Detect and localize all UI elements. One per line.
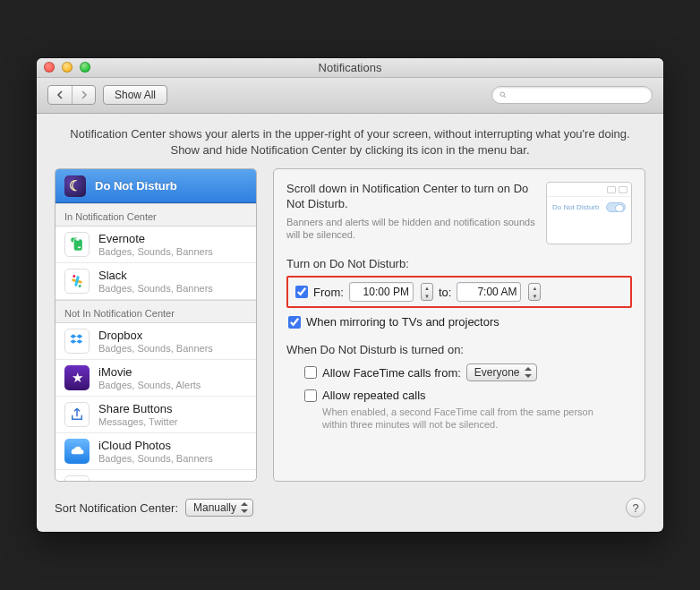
- back-button[interactable]: [48, 86, 72, 104]
- sidebar-item-label: Do Not Disturb: [95, 179, 177, 192]
- window-title: Notifications: [37, 61, 663, 74]
- chevron-left-icon: [55, 90, 64, 99]
- when-on-label: When Do Not Disturb is turned on:: [286, 343, 632, 356]
- sidebar-item-dnd[interactable]: ☾ Do Not Disturb: [55, 169, 256, 203]
- icloud-icon: [64, 439, 90, 464]
- preview-label: Do Not Disturb: [552, 203, 599, 211]
- preview-thumbnail: Do Not Disturb: [546, 182, 632, 244]
- app-sub: Messages, Twitter: [98, 416, 177, 427]
- facetime-select-value: Everyone: [474, 366, 520, 379]
- facetime-select[interactable]: Everyone: [466, 363, 537, 381]
- stepper-up-icon[interactable]: ▲: [422, 284, 432, 292]
- sidebar-section-in: In Notification Center: [55, 203, 256, 227]
- app-sub: Badges, Sounds, Banners: [98, 283, 213, 294]
- app-sub: Badges, Sounds, Alerts: [98, 380, 201, 390]
- turn-on-label: Turn on Do Not Disturb:: [286, 257, 632, 270]
- app-list[interactable]: ☾ Do Not Disturb In Notification Center …: [55, 168, 257, 482]
- sort-select-value: Manually: [193, 501, 236, 514]
- nav-segment: [47, 85, 96, 105]
- repeated-label: Allow repeated calls: [322, 389, 426, 402]
- detail-subtext: Banners and alerts will be hidden and no…: [286, 216, 535, 242]
- to-label: to:: [439, 286, 451, 299]
- content-area: Notification Center shows your alerts in…: [37, 114, 663, 485]
- show-all-button[interactable]: Show All: [103, 85, 167, 105]
- sidebar-item-dropbox[interactable]: Dropbox Badges, Sounds, Banners: [55, 323, 256, 360]
- repeated-note: When enabled, a second FaceTime call fro…: [322, 406, 609, 432]
- preview-icon: [619, 186, 627, 193]
- sidebar-item-slack[interactable]: Slack Badges, Sounds, Banners: [55, 263, 256, 300]
- evernote-icon: [64, 232, 90, 257]
- from-stepper[interactable]: ▲▼: [421, 283, 433, 301]
- preview-icon: [607, 186, 616, 193]
- chevron-right-icon: [80, 90, 89, 99]
- sidebar-item-icloud[interactable]: iCloud Photos Badges, Sounds, Banners: [55, 433, 256, 470]
- mirror-label: When mirroring to TVs and projectors: [306, 315, 499, 329]
- detail-pane: Scroll down in Notification Center to tu…: [273, 168, 645, 482]
- intro-text: Notification Center shows your alerts in…: [55, 126, 645, 168]
- stepper-down-icon[interactable]: ▼: [422, 292, 432, 300]
- titlebar: Notifications: [37, 58, 663, 78]
- facetime-row: Allow FaceTime calls from: Everyone: [304, 363, 632, 381]
- svg-point-0: [500, 92, 505, 97]
- moon-icon: ☾: [64, 175, 86, 197]
- sort-select[interactable]: Manually: [185, 499, 253, 517]
- app-sub: Badges, Sounds, Banners: [98, 453, 213, 464]
- app-name: Evernote: [98, 232, 213, 245]
- mirror-checkbox[interactable]: [288, 316, 301, 329]
- mirror-row: When mirroring to TVs and projectors: [288, 315, 632, 329]
- toolbar: Show All: [37, 78, 663, 114]
- svg-rect-4: [73, 275, 76, 278]
- svg-line-1: [504, 96, 506, 98]
- repeated-row: Allow repeated calls: [304, 389, 632, 402]
- preferences-window: Notifications Show All Notification Cent…: [37, 58, 663, 532]
- app-name: Slack: [98, 269, 213, 282]
- search-icon: [499, 90, 507, 100]
- sidebar-item-truncated[interactable]: [55, 470, 256, 481]
- from-label: From:: [313, 286, 344, 299]
- app-name: Share Buttons: [98, 402, 177, 415]
- sidebar-section-out: Not In Notification Center: [55, 300, 256, 323]
- search-field[interactable]: [491, 86, 653, 104]
- from-checkbox[interactable]: [295, 286, 308, 298]
- sidebar-item-share[interactable]: Share Buttons Messages, Twitter: [55, 397, 256, 433]
- sort-label: Sort Notification Center:: [55, 501, 178, 515]
- facetime-checkbox[interactable]: [304, 366, 317, 379]
- imovie-icon: ★: [64, 365, 90, 390]
- stepper-down-icon[interactable]: ▼: [529, 292, 540, 300]
- app-name: iCloud Photos: [98, 439, 213, 452]
- app-sub: Badges, Sounds, Banners: [98, 246, 213, 257]
- app-icon: [64, 475, 90, 481]
- svg-rect-5: [78, 285, 81, 288]
- to-time-field[interactable]: 7:00 AM: [457, 282, 521, 302]
- app-name: Dropbox: [98, 329, 213, 342]
- footer: Sort Notification Center: Manually ?: [37, 485, 663, 532]
- help-button[interactable]: ?: [626, 498, 645, 517]
- search-input[interactable]: [510, 89, 645, 101]
- share-icon: [64, 402, 90, 427]
- slack-icon: [64, 269, 90, 294]
- schedule-row: From: 10:00 PM ▲▼ to: 7:00 AM ▲▼: [286, 276, 632, 308]
- stepper-up-icon[interactable]: ▲: [529, 284, 540, 292]
- dropbox-icon: [64, 329, 90, 354]
- sidebar-item-imovie[interactable]: ★ iMovie Badges, Sounds, Alerts: [55, 360, 256, 397]
- to-stepper[interactable]: ▲▼: [528, 283, 541, 301]
- from-time-field[interactable]: 10:00 PM: [349, 282, 414, 302]
- sidebar-item-evernote[interactable]: Evernote Badges, Sounds, Banners: [55, 227, 256, 263]
- detail-heading: Scroll down in Notification Center to tu…: [286, 182, 535, 212]
- app-sub: Badges, Sounds, Banners: [98, 343, 213, 354]
- facetime-label: Allow FaceTime calls from:: [322, 366, 461, 380]
- app-name: iMovie: [98, 365, 201, 379]
- toggle-icon: [606, 202, 626, 212]
- repeated-checkbox[interactable]: [304, 389, 317, 402]
- forward-button[interactable]: [72, 86, 95, 104]
